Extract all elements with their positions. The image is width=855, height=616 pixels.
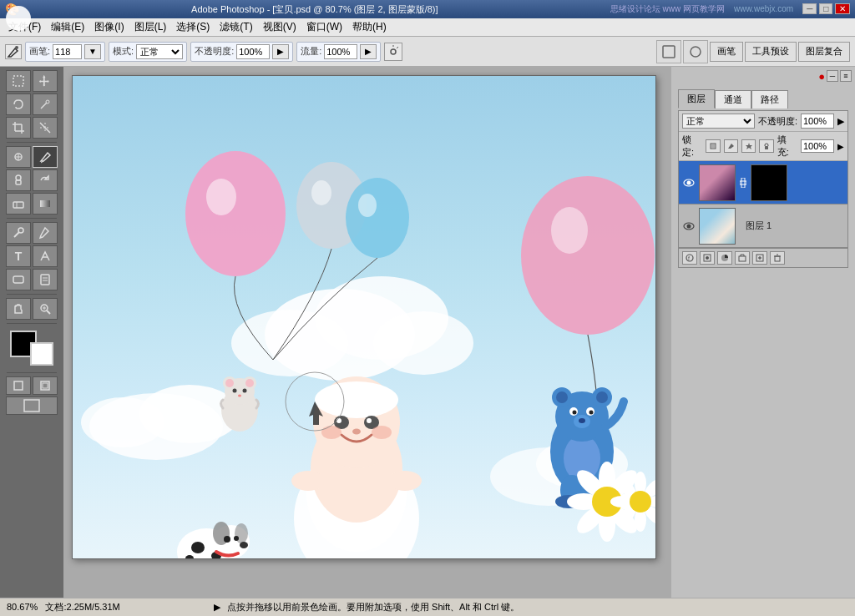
site-label: 思绪设计论坛 www 网页教学网 [610, 4, 725, 13]
lock-paint-btn[interactable] [724, 139, 738, 153]
color-swatch[interactable] [10, 331, 53, 366]
tool-pen[interactable] [33, 222, 58, 244]
opacity-label: 不透明度: [758, 115, 797, 128]
layer-composite-btn[interactable]: 图层复合 [798, 42, 850, 62]
canvas[interactable] [72, 75, 656, 559]
brush-size-input[interactable] [53, 44, 82, 59]
tool-hand[interactable] [6, 298, 31, 320]
fill-value-input[interactable] [801, 139, 834, 153]
tool-healing-brush[interactable] [6, 146, 31, 168]
blend-mode-select[interactable]: 正常 [682, 114, 755, 129]
layer-row-2[interactable] [679, 161, 847, 204]
site-url: www.webjx.com [734, 4, 793, 13]
tool-type[interactable]: T [6, 245, 31, 267]
menu-view[interactable]: 视图(V) [258, 18, 301, 36]
layer-1-visibility[interactable] [682, 220, 696, 233]
adjustment-layer-btn[interactable] [717, 251, 732, 265]
layer-mask-btn[interactable] [700, 251, 715, 265]
tool-history-brush[interactable] [33, 169, 58, 191]
menu-window[interactable]: 窗口(W) [301, 18, 347, 36]
tool-sep-1 [7, 142, 57, 143]
brush-tool-icon[interactable] [5, 44, 22, 59]
tab-paths[interactable]: 路径 [751, 90, 788, 109]
menu-layer[interactable]: 图层(L) [129, 18, 172, 36]
tool-zoom[interactable] [33, 298, 58, 320]
fill-arrow[interactable]: ▶ [837, 142, 844, 151]
tab-layers[interactable]: 图层 [678, 89, 715, 109]
window-close[interactable]: ✕ [835, 3, 850, 14]
tool-path-select[interactable] [33, 245, 58, 267]
tool-lasso[interactable] [6, 93, 31, 115]
brush-panel-btn[interactable]: 画笔 [710, 42, 743, 62]
svg-point-131 [352, 429, 361, 435]
menu-filter[interactable]: 滤镜(T) [215, 18, 257, 36]
opacity-arrow[interactable]: ▶ [272, 44, 289, 59]
tool-row-7 [6, 222, 58, 244]
tool-eraser[interactable] [6, 193, 31, 215]
group-layers-btn[interactable] [735, 251, 750, 265]
opacity-group: 不透明度: ▶ [190, 42, 293, 62]
layer-2-visibility[interactable] [682, 176, 696, 189]
svg-rect-4 [663, 46, 675, 58]
tab-channels[interactable]: 通道 [715, 90, 751, 109]
new-layer-btn[interactable] [752, 251, 767, 265]
opacity-arrow[interactable]: ▶ [837, 116, 844, 127]
lock-all-btn[interactable] [759, 139, 773, 153]
tool-preset-btn[interactable]: 工具预设 [745, 42, 797, 62]
svg-point-62 [225, 379, 234, 387]
tool-dodge[interactable] [6, 222, 31, 244]
brush-size-arrow[interactable]: ▼ [84, 44, 101, 59]
window-minimize[interactable]: ─ [802, 3, 817, 14]
tool-slice[interactable] [33, 117, 58, 139]
layer-styles-btn[interactable]: f [682, 251, 697, 265]
svg-point-21 [16, 175, 21, 180]
svg-line-3 [397, 47, 398, 48]
mode-select[interactable]: 正常 [136, 44, 183, 59]
tool-clone-stamp[interactable] [6, 169, 31, 191]
svg-point-132 [291, 471, 325, 491]
tool-marquee-rect[interactable] [6, 70, 31, 92]
status-arrow[interactable]: ▶ [214, 602, 220, 613]
panel-close-red[interactable]: ● [818, 70, 825, 83]
menu-edit[interactable]: 编辑(E) [46, 18, 89, 36]
layer-row-1[interactable]: 图层 1 [679, 204, 847, 248]
menu-help[interactable]: 帮助(H) [347, 18, 392, 36]
menu-image[interactable]: 图像(I) [89, 18, 129, 36]
flow-arrow[interactable]: ▶ [360, 44, 377, 59]
tool-crop[interactable] [6, 117, 31, 139]
svg-marker-7 [39, 75, 49, 87]
mode-label: 模式: [113, 45, 134, 58]
tool-row-5 [6, 169, 58, 191]
background-color[interactable] [30, 342, 53, 366]
tool-standard-mode[interactable] [6, 376, 31, 395]
opacity-value-input[interactable] [801, 114, 834, 129]
layer-2-thumbnail [699, 164, 736, 201]
window-maximize[interactable]: □ [819, 3, 832, 14]
panel-icon-2[interactable] [683, 40, 708, 63]
opacity-input[interactable] [236, 44, 270, 59]
tool-notes[interactable] [33, 269, 58, 290]
svg-point-105 [191, 542, 205, 553]
panel-menu-btn[interactable]: ≡ [840, 70, 852, 82]
airbrush-btn[interactable] [384, 43, 402, 61]
svg-rect-151 [739, 256, 746, 261]
layer-2-mask-link [739, 178, 747, 188]
panel-minimize-btn[interactable]: ─ [827, 70, 838, 82]
layers-content: 正常 不透明度: ▶ 锁定: [678, 110, 848, 268]
tool-gradient[interactable] [33, 193, 58, 215]
flow-input[interactable] [324, 44, 357, 59]
lock-transparent-btn[interactable] [706, 139, 720, 153]
tool-shape[interactable] [6, 269, 31, 290]
tool-quickmask-mode[interactable] [33, 376, 58, 395]
svg-point-149 [706, 256, 709, 260]
tool-brush[interactable] [33, 146, 58, 168]
svg-point-56 [521, 176, 655, 335]
svg-point-130 [372, 426, 392, 439]
tool-screen-mode[interactable] [6, 396, 58, 415]
lock-move-btn[interactable] [741, 139, 756, 153]
panel-icon-1[interactable] [656, 40, 681, 63]
tool-magic-wand[interactable] [33, 93, 58, 115]
delete-layer-btn[interactable] [770, 251, 785, 265]
menu-select[interactable]: 选择(S) [171, 18, 215, 36]
tool-move[interactable] [33, 70, 58, 92]
